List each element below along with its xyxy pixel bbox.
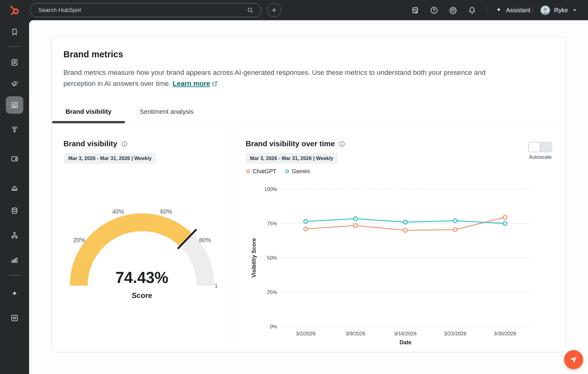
tab-brand-visibility[interactable]: Brand visibility [52,101,125,122]
help-icon[interactable] [428,4,440,16]
user-name: Ryke [554,7,568,14]
content-icon [10,101,19,109]
sidebar-item-code[interactable] [6,309,23,327]
sparkle-icon [495,6,503,14]
settings-icon[interactable] [447,4,459,16]
sidebar-item-wallet[interactable] [6,150,23,167]
gauge-score-label: Score [52,291,232,300]
sidebar-item-contacts[interactable] [6,54,23,71]
workflow-icon [10,231,19,240]
service-bell-icon [10,183,19,192]
svg-text:0%: 0% [270,324,277,329]
svg-text:3/16/2026: 3/16/2026 [394,331,417,336]
svg-text:100%: 100% [264,186,277,192]
svg-text:20%: 20% [73,237,85,243]
main-content: Brand metrics Brand metrics measure how … [29,20,588,374]
gauge-score-value: 74.43% [52,269,232,287]
tab-label: Sentiment analysis [140,108,194,115]
svg-text:3/9/2026: 3/9/2026 [346,331,365,336]
database-icon [10,206,19,215]
line-chart: 0%25%50%75%100%3/2/20263/9/20263/16/2026… [232,122,566,353]
page-description: Brand metrics measure how your brand app… [63,67,546,89]
toggle-knob [528,142,540,152]
paper-plane-icon [569,355,578,364]
bookmark-icon [10,28,19,36]
tab-sentiment-analysis[interactable]: Sentiment analysis [125,101,208,122]
topbar-divider [487,6,488,14]
plus-icon [270,6,278,14]
sidebar-item-sparkle[interactable] [6,285,23,303]
marketplace-icon[interactable] [409,4,421,16]
sidebar-item-service-bell[interactable] [6,179,23,197]
search-placeholder: Search HubSpot [38,7,247,13]
avatar [540,5,550,15]
svg-text:80%: 80% [199,237,211,243]
page-title: Brand metrics [63,49,123,59]
brand-visibility-over-time-panel: Brand visibility over time Mar 3, 2026 -… [232,122,566,353]
reports-icon [10,255,19,264]
brand-visibility-panel: Brand visibility Mar 3, 2026 - Mar 31, 2… [52,122,232,353]
svg-text:3/23/2026: 3/23/2026 [444,331,466,336]
svg-text:3/2/2026: 3/2/2026 [296,331,315,336]
search-input[interactable]: Search HubSpot [30,3,261,17]
brand-metrics-card: Brand metrics Brand metrics measure how … [51,36,566,352]
svg-text:3/30/2026: 3/30/2026 [494,331,516,336]
svg-text:25%: 25% [267,289,277,295]
hubspot-logo-icon[interactable] [8,4,21,17]
sidebar-item-funnel[interactable] [6,120,23,138]
funnel-icon [10,125,19,134]
svg-text:50%: 50% [267,255,277,261]
assistant-button[interactable]: Assistant [495,6,530,14]
sidebar-item-bookmark[interactable] [6,23,23,41]
notifications-icon[interactable] [466,4,478,16]
sidebar-item-megaphone[interactable] [6,75,23,93]
external-link-icon [212,81,218,87]
sidebar-item-content[interactable] [6,96,23,114]
gauge-chart: 20%40%60%80%1 [52,122,232,353]
svg-text:Visibility Score: Visibility Score [251,238,257,278]
svg-text:75%: 75% [267,221,277,226]
svg-text:40%: 40% [112,208,124,215]
sparkle-icon [10,290,19,299]
topbar-divider [533,6,533,14]
sidebar-item-database[interactable] [6,202,23,219]
learn-more-link[interactable]: Learn more [172,80,218,87]
topbar: Search HubSpot Assistant Ryke [0,0,588,20]
wallet-icon [10,154,19,163]
send-feedback-button[interactable] [564,350,583,369]
create-button[interactable] [267,3,281,17]
svg-text:Date: Date [399,339,411,345]
search-icon [247,6,254,14]
sidebar-item-reports[interactable] [6,251,23,269]
code-icon [10,314,19,322]
tab-label: Brand visibility [66,108,112,115]
sidebar [0,20,29,374]
assistant-label: Assistant [506,7,530,14]
sidebar-item-workflow[interactable] [6,227,23,244]
sidebar-divider [9,46,20,47]
tab-bar: Brand visibilitySentiment analysis [52,101,208,122]
sidebar-divider [9,275,20,276]
megaphone-icon [10,79,19,88]
contacts-icon [10,58,19,67]
chevron-down-icon [572,7,578,13]
svg-text:60%: 60% [160,208,172,215]
user-menu[interactable]: Ryke [540,5,578,15]
